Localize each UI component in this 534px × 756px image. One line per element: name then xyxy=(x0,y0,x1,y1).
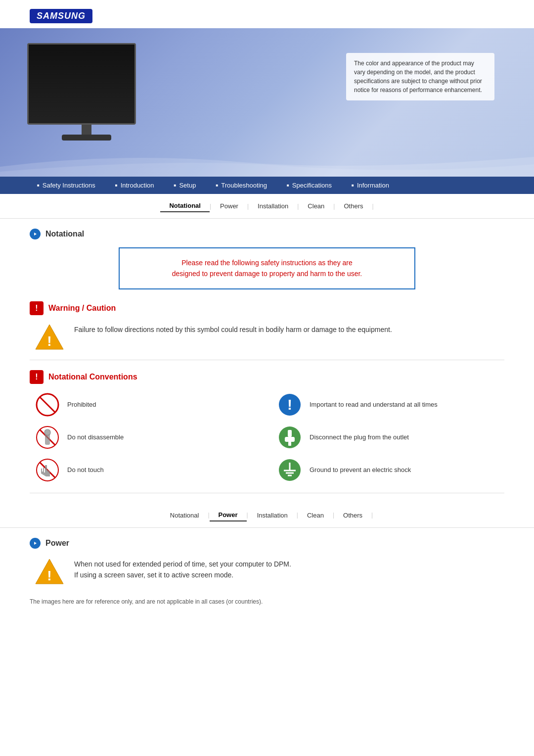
footnote-text: The images here are for reference only, … xyxy=(30,594,504,605)
no-touch-label: Do not touch xyxy=(67,466,104,473)
svg-text:!: ! xyxy=(47,333,51,349)
page-header: SAMSUNG xyxy=(0,0,534,28)
nav-tab-information[interactable]: Information xyxy=(342,177,399,194)
disassemble-icon xyxy=(35,425,60,450)
svg-text:!: ! xyxy=(47,568,51,583)
circle-arrow-icon xyxy=(32,231,39,237)
warning-text: Failure to follow directions noted by th… xyxy=(74,322,392,335)
svg-rect-13 xyxy=(288,430,292,437)
power-content: ! When not used for extended period of t… xyxy=(35,557,504,586)
sub-nav-sep-5: | xyxy=(372,203,373,210)
sub-nav-2-others[interactable]: Others xyxy=(334,510,371,521)
sub-nav-1: Notational | Power | Installation | Clea… xyxy=(0,194,534,219)
svg-rect-15 xyxy=(288,442,291,446)
nav-tab-introduction[interactable]: Introduction xyxy=(105,177,164,194)
convention-important: ! Important to read and understand at al… xyxy=(277,392,504,418)
conventions-section: ! Notational Conventions Prohibited xyxy=(30,370,504,493)
power-section: Power ! When not used for extended perio… xyxy=(30,538,504,605)
conventions-label: Notational Conventions xyxy=(48,373,137,381)
disassemble-label: Do not disassemble xyxy=(67,433,124,441)
sub-nav-installation[interactable]: Installation xyxy=(249,200,297,212)
warning-section: ! Warning / Caution ! Failure to follow … xyxy=(30,301,504,360)
warning-label: Warning / Caution xyxy=(48,304,116,313)
convention-ground: Ground to prevent an electric shock xyxy=(277,457,504,483)
svg-rect-14 xyxy=(285,437,295,442)
sub-nav-clean[interactable]: Clean xyxy=(299,200,333,212)
svg-rect-10 xyxy=(45,430,50,445)
main-content: Notational Please read the following saf… xyxy=(0,219,534,615)
warning-triangle-icon: ! xyxy=(35,322,64,352)
ground-label: Ground to prevent an electric shock xyxy=(310,466,411,473)
prohibited-label: Prohibited xyxy=(67,401,96,408)
power-section-icon xyxy=(30,538,41,549)
warning-content: ! Failure to follow directions noted by … xyxy=(35,322,504,352)
warning-icon: ! xyxy=(30,301,44,315)
monitor-stand-base xyxy=(62,135,111,141)
sub-nav-others[interactable]: Others xyxy=(335,200,372,212)
conventions-title-row: ! Notational Conventions xyxy=(30,370,504,384)
samsung-logo: SAMSUNG xyxy=(30,9,92,23)
sub-nav-2-notational[interactable]: Notational xyxy=(161,510,208,521)
banner-disclaimer: The color and appearance of the product … xyxy=(346,53,494,100)
sub-nav-2-power[interactable]: Power xyxy=(210,509,247,521)
power-warning-triangle-icon: ! xyxy=(35,557,64,586)
power-header: Power xyxy=(30,538,504,549)
conventions-grid: Prohibited ! Important to read and under… xyxy=(35,392,504,483)
svg-rect-16 xyxy=(286,432,288,436)
power-title: Power xyxy=(45,539,69,548)
product-banner: The color and appearance of the product … xyxy=(0,28,534,177)
convention-no-touch: Do not touch xyxy=(35,457,262,483)
svg-text:!: ! xyxy=(287,396,292,413)
sub-nav-2-sep-5: | xyxy=(371,512,373,519)
sub-nav-2: Notational | Power | Installation | Clea… xyxy=(0,503,534,528)
notational-header: Notational xyxy=(30,229,504,239)
nav-tab-specifications[interactable]: Specifications xyxy=(277,177,342,194)
convention-disassemble: Do not disassemble xyxy=(35,425,262,450)
nav-tab-troubleshooting[interactable]: Troubleshooting xyxy=(206,177,277,194)
banner-curves-decoration xyxy=(0,147,534,177)
monitor-screen xyxy=(29,45,134,123)
sub-nav-2-installation[interactable]: Installation xyxy=(248,510,297,521)
nav-tab-setup[interactable]: Setup xyxy=(164,177,206,194)
convention-disconnect: Disconnect the plug from the outlet xyxy=(277,425,504,450)
power-text: When not used for extended period of tim… xyxy=(74,557,291,581)
nav-tab-safety[interactable]: Safety Instructions xyxy=(27,177,105,194)
notational-title: Notational xyxy=(45,230,84,238)
important-icon: ! xyxy=(277,392,303,418)
sub-nav-power[interactable]: Power xyxy=(211,200,247,212)
disconnect-icon xyxy=(277,425,303,450)
prohibited-icon xyxy=(35,392,60,418)
notational-icon xyxy=(30,229,41,239)
convention-prohibited: Prohibited xyxy=(35,392,262,418)
disconnect-label: Disconnect the plug from the outlet xyxy=(310,433,409,441)
svg-rect-17 xyxy=(292,432,293,436)
svg-line-5 xyxy=(40,397,55,412)
main-nav: Safety Instructions Introduction Setup T… xyxy=(0,177,534,194)
power-circle-icon xyxy=(32,540,39,547)
no-touch-icon xyxy=(35,457,60,483)
ground-icon xyxy=(277,457,303,483)
important-label: Important to read and understand at all … xyxy=(310,401,438,408)
sub-nav-notational[interactable]: Notational xyxy=(160,200,210,212)
monitor-illustration xyxy=(27,38,146,157)
warning-title-row: ! Warning / Caution xyxy=(30,301,504,315)
monitor-body xyxy=(27,43,136,125)
conventions-icon: ! xyxy=(30,370,44,384)
safety-info-box: Please read the following safety instruc… xyxy=(119,247,415,289)
sub-nav-2-clean[interactable]: Clean xyxy=(298,510,333,521)
